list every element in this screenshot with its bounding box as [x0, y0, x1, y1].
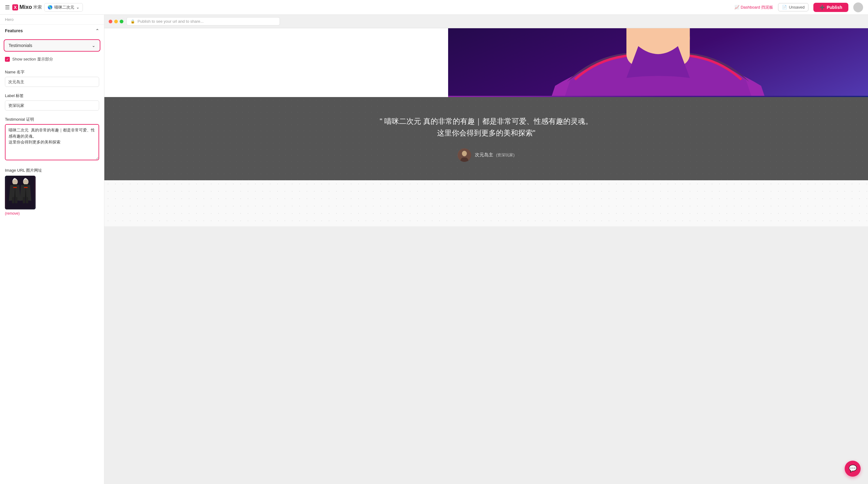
dot-yellow	[114, 20, 118, 23]
url-text: Publish to see your url and to share...	[137, 19, 204, 24]
author-avatar	[458, 148, 471, 162]
site-name: 喵咪二次元	[54, 5, 74, 10]
unsaved-label: Unsaved	[789, 5, 804, 9]
publish-button[interactable]: ➕ Publish	[813, 3, 848, 12]
chevron-up-icon: ⌃	[95, 28, 99, 33]
topnav: ☰ X Mixo 米索 🌎 喵咪二次元 ⌄ 📈 Dashboard 挡泥板 📄 …	[0, 0, 868, 15]
hero-image-right	[448, 28, 868, 97]
svg-rect-10	[26, 197, 28, 203]
svg-rect-4	[12, 197, 14, 203]
show-section-checkbox[interactable]: ✓	[5, 57, 10, 62]
label-field-section: Label 标签	[0, 89, 104, 113]
svg-point-17	[462, 151, 467, 156]
chat-fab-button[interactable]: 💬	[845, 461, 861, 477]
user-avatar[interactable]	[853, 2, 863, 12]
chat-icon: 💬	[849, 465, 857, 473]
features-header[interactable]: Features ⌃	[0, 24, 104, 37]
anime-preview-svg	[6, 176, 34, 209]
preview-area: 🔒 Publish to see your url and to share..…	[104, 15, 868, 484]
testimonial-author: 次元岛主 (资深玩家)	[117, 148, 856, 162]
unsaved-button[interactable]: 📄 Unsaved	[778, 3, 808, 11]
testimonials-label: Testimonials	[9, 43, 32, 48]
svg-rect-8	[24, 187, 28, 188]
site-selector[interactable]: 🌎 喵咪二次元 ⌄	[44, 3, 83, 12]
label-label: Label 标签	[5, 93, 99, 98]
label-input[interactable]	[5, 100, 99, 111]
name-field-section: Name 名字	[0, 66, 104, 89]
hero-image-section	[104, 28, 868, 97]
show-section-row: ✓ Show section 显示部分	[0, 54, 104, 66]
show-section-label: Show section 显示部分	[12, 57, 53, 62]
author-name: 次元岛主 (资深玩家)	[475, 152, 515, 158]
image-url-section: Image URL 图片网址	[0, 164, 104, 218]
testimonial-textarea[interactable]	[5, 124, 99, 160]
hero-anime-image	[448, 28, 868, 96]
image-url-label: Image URL 图片网址	[5, 168, 99, 173]
chevron-down-icon: ⌄	[76, 5, 80, 9]
name-label: Name 名字	[5, 69, 99, 75]
testimonials-select[interactable]: Testimonials ⌄	[4, 40, 100, 51]
dashboard-label: Dashboard 挡泥板	[741, 5, 773, 10]
hamburger-icon[interactable]: ☰	[5, 4, 10, 11]
browser-bar: 🔒 Publish to see your url and to share..…	[104, 15, 868, 28]
brand-cn: 米索	[33, 5, 42, 10]
testimonials-dropdown: Testimonials ⌄	[4, 39, 100, 52]
svg-rect-9	[23, 197, 25, 203]
dot-red	[108, 20, 112, 23]
svg-rect-5	[15, 197, 18, 203]
testimonial-label: Testimonial 证明	[5, 117, 99, 122]
unsaved-icon: 📄	[782, 5, 787, 9]
dashboard-link[interactable]: 📈 Dashboard 挡泥板	[735, 5, 773, 10]
url-bar[interactable]: 🔒 Publish to see your url and to share..…	[126, 17, 280, 26]
browser-dots	[108, 20, 123, 23]
testimonial-field-section: Testimonial 证明	[0, 113, 104, 164]
publish-plus-icon: ➕	[819, 5, 825, 10]
svg-rect-3	[13, 187, 17, 188]
lock-icon: 🔒	[130, 19, 135, 24]
image-preview	[5, 176, 36, 209]
below-section	[104, 180, 868, 226]
sidebar-section-hero: Hero	[0, 15, 104, 24]
features-label: Features	[5, 28, 23, 33]
brand-x-badge: X	[12, 4, 18, 10]
globe-icon: 🌎	[48, 5, 53, 9]
chart-icon: 📈	[735, 5, 739, 9]
testimonial-quote: " 喵咪二次元 真的非常的有趣｜都是非常可爱、性感有趣的灵魂。 这里你会得到更多…	[379, 116, 594, 139]
sidebar: Hero Features ⌃ Testimonials ⌄ ✓ Show se…	[0, 15, 104, 484]
name-input[interactable]	[5, 77, 99, 87]
publish-label: Publish	[827, 5, 842, 10]
testimonial-section: " 喵咪二次元 真的非常的有趣｜都是非常可爱、性感有趣的灵魂。 这里你会得到更多…	[104, 97, 868, 180]
chevron-down-icon: ⌄	[92, 43, 95, 48]
brand-logo: X Mixo 米索	[12, 4, 42, 10]
dot-green	[120, 20, 123, 23]
remove-image-link[interactable]: (remove)	[5, 211, 20, 216]
brand-mixo: Mixo	[19, 4, 32, 10]
